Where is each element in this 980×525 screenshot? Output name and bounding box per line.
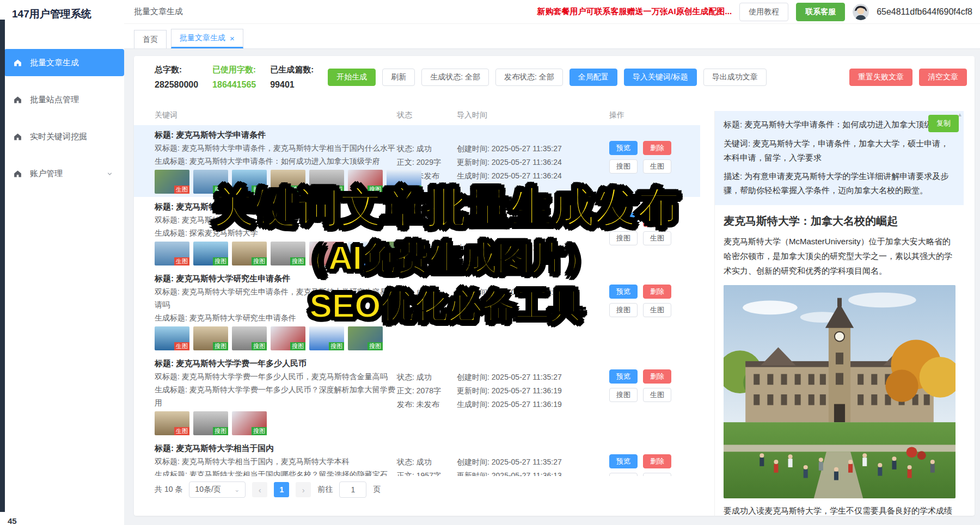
thumbnail[interactable]: 搜图 [193,170,228,194]
thumbnail[interactable]: 搜图 [193,242,228,265]
publish-status-select[interactable]: 发布状态: 全部 [495,69,563,86]
gen-image-button[interactable]: 生图 [643,159,671,174]
thumbnail[interactable]: 搜图 [271,326,305,350]
thumbnail[interactable]: 搜图 [309,170,344,194]
preview-button[interactable]: 预览 [609,369,638,384]
table-row[interactable]: 标题: 麦克马斯特大学申请条件 双标题: 麦克马斯特大学申请条件，麦克马斯特大学… [134,125,700,197]
refresh-button[interactable]: 刷新 [382,69,415,86]
search-image-tag: 搜图 [329,257,344,265]
topbar-right: 新购套餐用户可联系客服赠送一万张AI原创生成配图... 使用教程 联系客服 65… [537,3,972,21]
preview-button[interactable]: 预览 [609,285,638,299]
delete-button[interactable]: 删除 [643,285,671,299]
thumbnail[interactable]: 生图 [155,326,189,350]
table-row[interactable]: 标题: 麦克马斯特大学学费一年多少人民币 双标题: 麦克马斯特大学学费一年多少人… [134,354,700,438]
preview-paragraph: 麦克马斯特大学（McMasterUniversity）位于加拿大安大略省的哈密尔… [724,234,955,278]
thumbnail-strip: 生图搜图搜图搜图搜图搜图搜图 [155,242,397,265]
tab-batch-article[interactable]: 批量文章生成 × [171,29,243,48]
contact-support-button[interactable]: 联系客服 [796,3,845,21]
preview-heading: 麦克马斯特大学：加拿大名校的崛起 [724,214,955,228]
thumbnail[interactable]: 搜图 [232,411,267,435]
preview-button[interactable]: 预览 [609,454,638,468]
thumbnail[interactable]: 搜图 [309,242,344,265]
thumbnail[interactable]: 搜图 [193,326,228,350]
thumbnail[interactable]: 搜图 [232,242,267,265]
thumbnail[interactable]: 搜图 [309,326,344,350]
column-keyword: 关键词 [155,110,397,120]
thumbnail[interactable]: 生图 [155,411,189,435]
gen-image-button[interactable]: 生图 [643,388,671,402]
search-image-tag: 搜图 [213,427,228,435]
prev-page-button[interactable]: ‹ [252,482,267,497]
time-cell: 创建时间: 2025-05-27 11:35:27 更新时间: 2025-05-… [457,128,603,194]
import-keywords-button[interactable]: 导入关键词/标题 [624,69,697,86]
thumbnail[interactable]: 搜图 [232,326,267,350]
delete-button[interactable]: 删除 [643,213,671,227]
word-count: 正文: 1957字 [397,469,457,476]
start-generate-button[interactable]: 开始生成 [328,69,376,86]
generated-time: 生成时间: 2025-05-27 11:36:24 [457,241,603,255]
thumbnail[interactable]: 生图 [155,170,189,194]
thumbnail[interactable]: 搜图 [348,326,383,350]
actions-cell: 预览 删除 搜图 生图 [603,272,693,350]
thumbnail[interactable]: 搜图 [348,170,383,194]
current-page-button[interactable]: 1 [274,482,289,497]
thumbnail[interactable]: 生图 [155,242,189,265]
gen-image-button[interactable]: 生图 [643,231,671,245]
search-image-button[interactable]: 搜图 [609,388,638,402]
sidebar-item-2[interactable]: 实时关键词挖掘 [0,123,124,150]
search-image-button[interactable]: 搜图 [609,473,638,476]
global-config-button[interactable]: 全局配置 [569,69,617,86]
stat-generated-count: 已生成篇数: 99401 [270,65,314,90]
thumbnail[interactable]: 搜图 [232,170,267,194]
thumbnail[interactable]: 搜图 [271,242,305,265]
article-title: 标题: 麦克马斯特大学相当于国内 [155,442,397,455]
export-success-button[interactable]: 导出成功文章 [703,69,767,86]
delete-button[interactable]: 删除 [643,141,671,155]
actions-cell: 预览 删除 搜图 生图 [603,442,693,476]
article-generated-title: 生成标题: 探索麦克马斯特大学 [155,226,397,239]
thumbnail[interactable]: 搜图 [387,242,421,265]
search-image-button[interactable]: 搜图 [609,303,638,317]
stat-total-words: 总字数: 282580000 [155,65,198,90]
search-image-button[interactable]: 搜图 [609,231,638,245]
goto-page-input[interactable] [339,481,366,498]
tab-home[interactable]: 首页 [134,30,167,48]
reset-failed-button[interactable]: 重置失败文章 [849,69,912,86]
sidebar-item-1[interactable]: 批量站点管理 [0,86,124,113]
close-icon[interactable]: × [230,34,235,43]
clear-articles-button[interactable]: 清空文章 [919,69,967,86]
article-generated-title: 生成标题: 麦克马斯特大学学费一年多少人民币？深度解析加拿大留学费用 [155,383,397,409]
delete-button[interactable]: 删除 [643,369,671,384]
search-image-tag: 搜图 [290,186,305,194]
article-generated-title: 生成标题: 麦克马斯特大学相当于国内哪些名校？留学选择的隐藏宝石 [155,468,397,476]
thumbnail[interactable]: 搜图 [387,170,421,194]
sidebar-item-0[interactable]: 批量文章生成 [4,49,124,76]
copy-button[interactable]: 复制 [928,115,959,132]
preview-button[interactable]: 预览 [609,141,638,155]
pagination: 共 10 条 10条/页 ⌄ ‹ 1 › 前往 页 [155,481,381,498]
thumbnail[interactable]: 搜图 [193,411,228,435]
search-image-button[interactable]: 搜图 [609,159,638,174]
app-title: 147用户管理系统 [0,0,124,22]
avatar[interactable] [853,4,869,20]
article-dual-title: 双标题: 麦克马斯特大学申请条件，麦克马斯特大学相当于国内什么水平 [155,141,397,155]
next-page-button[interactable]: › [296,482,311,497]
sidebar-item-3[interactable]: 账户管理 [0,160,124,187]
thumbnail[interactable]: 搜图 [271,170,305,194]
table-row[interactable]: 标题: 麦克马斯特大学研究生申请条件 双标题: 麦克马斯特大学研究生申请条件，麦… [134,269,700,354]
gen-image-button[interactable]: 生图 [643,303,671,317]
gen-image-button[interactable]: 生图 [643,473,671,476]
status-cell: 状态: 成功 正文: 2078字 发布: 未发布 [397,357,457,435]
gen-image-tag: 生图 [174,257,189,265]
promo-notice-text[interactable]: 新购套餐用户可联系客服赠送一万张AI原创生成配图... [537,7,732,17]
tutorial-button[interactable]: 使用教程 [739,3,788,21]
delete-button[interactable]: 删除 [643,454,671,468]
thumbnail[interactable]: 搜图 [348,242,383,265]
table-row[interactable]: 标题: 麦克马斯特大学相当于国内 双标题: 麦克马斯特大学相当于国内，麦克马斯特… [134,438,700,476]
page-size-select[interactable]: 10条/页 ⌄ [189,481,246,498]
preview-button[interactable]: 预览 [609,213,638,227]
updated-time: 更新时间: 2025-05-27 11:36:24 [457,156,603,169]
updated-time [457,227,603,241]
generate-status-select[interactable]: 生成状态: 全部 [421,69,489,86]
table-row[interactable]: 标题: 麦克马斯特大学 双标题: 麦克马斯特大学 生成标题: 探索麦克马斯特大学… [134,197,700,269]
